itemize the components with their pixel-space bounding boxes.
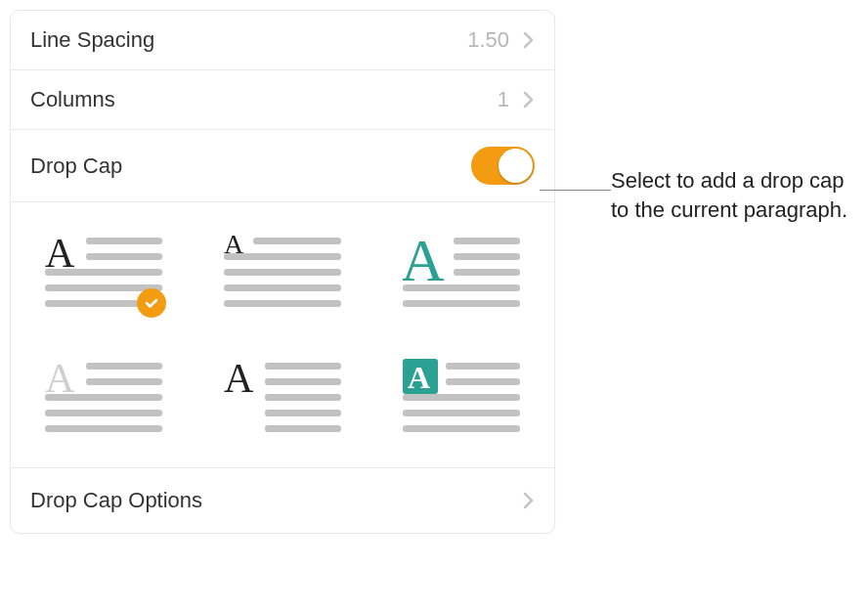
svg-rect-10: [224, 284, 341, 291]
drop-cap-options-label: Drop Cap Options: [30, 488, 523, 513]
columns-row[interactable]: Columns 1: [11, 70, 554, 130]
svg-rect-13: [454, 238, 520, 244]
svg-rect-17: [403, 300, 520, 307]
svg-rect-1: [86, 238, 162, 244]
drop-cap-label: Drop Cap: [30, 153, 471, 179]
svg-rect-26: [265, 378, 341, 385]
svg-text:A: A: [408, 360, 430, 395]
svg-rect-22: [45, 410, 162, 416]
line-spacing-label: Line Spacing: [30, 27, 467, 53]
drop-cap-styles-grid: A A A: [11, 202, 554, 468]
drop-cap-style-4[interactable]: A: [45, 357, 162, 433]
svg-rect-25: [265, 363, 341, 370]
svg-rect-23: [45, 425, 162, 432]
svg-rect-29: [265, 425, 341, 432]
format-panel: Line Spacing 1.50 Columns 1 Drop Cap A: [10, 10, 555, 534]
svg-rect-15: [454, 269, 520, 276]
columns-label: Columns: [30, 87, 498, 112]
drop-cap-options-row[interactable]: Drop Cap Options: [11, 468, 554, 533]
drop-cap-style-6[interactable]: A: [403, 357, 520, 433]
svg-rect-2: [86, 253, 162, 260]
chevron-right-icon: [523, 91, 535, 109]
svg-rect-36: [403, 425, 520, 432]
line-spacing-value: 1.50: [467, 27, 509, 53]
svg-rect-33: [446, 378, 520, 385]
svg-text:A: A: [403, 232, 445, 293]
drop-cap-style-2[interactable]: A: [224, 232, 341, 308]
svg-rect-8: [224, 253, 341, 260]
svg-rect-14: [454, 253, 520, 260]
callout-text: Select to add a drop cap to the current …: [611, 166, 855, 224]
callout-leader-line: [540, 190, 611, 191]
drop-cap-style-3[interactable]: A: [403, 232, 520, 308]
svg-rect-20: [86, 378, 162, 385]
svg-rect-32: [446, 363, 520, 370]
svg-rect-27: [265, 394, 341, 401]
chevron-right-icon: [523, 492, 535, 509]
svg-rect-21: [45, 394, 162, 401]
svg-rect-11: [224, 300, 341, 307]
svg-text:A: A: [224, 357, 254, 401]
line-spacing-row[interactable]: Line Spacing 1.50: [11, 11, 554, 70]
chevron-right-icon: [523, 31, 535, 49]
svg-rect-16: [403, 284, 520, 291]
selected-check-icon: [137, 288, 166, 318]
svg-rect-28: [265, 410, 341, 416]
svg-rect-7: [253, 238, 341, 244]
drop-cap-style-1[interactable]: A: [45, 232, 162, 308]
drop-cap-row: Drop Cap: [11, 130, 554, 202]
svg-rect-19: [86, 363, 162, 370]
toggle-knob: [499, 149, 533, 183]
svg-rect-3: [45, 269, 162, 276]
drop-cap-toggle[interactable]: [471, 147, 535, 185]
svg-rect-34: [403, 394, 520, 401]
columns-value: 1: [498, 87, 509, 112]
svg-rect-9: [224, 269, 341, 276]
drop-cap-style-5[interactable]: A: [224, 357, 341, 433]
svg-rect-35: [403, 410, 520, 416]
